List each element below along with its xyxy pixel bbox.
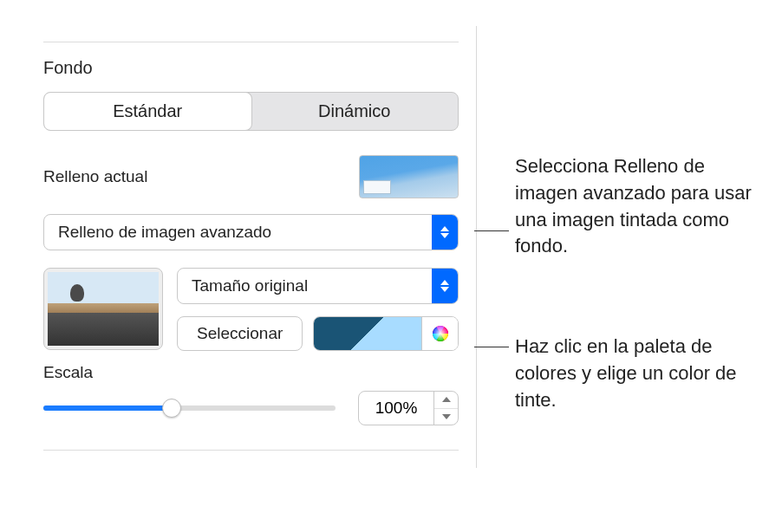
background-panel: Fondo Estándar Dinámico Relleno actual R… <box>26 26 477 468</box>
fill-type-dropdown[interactable]: Relleno de imagen avanzado <box>43 214 459 250</box>
svg-marker-6 <box>442 397 451 402</box>
scale-value-field[interactable]: 100% <box>359 392 433 425</box>
slider-track <box>43 405 336 411</box>
scale-slider[interactable] <box>43 395 336 421</box>
callout-line-1 <box>474 230 509 231</box>
image-options: Tamaño original Seleccionar <box>177 268 459 351</box>
current-fill-label: Relleno actual <box>43 167 147 186</box>
stepper-buttons <box>433 392 458 425</box>
fill-type-value: Relleno de imagen avanzado <box>58 223 271 242</box>
divider-bottom <box>43 450 459 451</box>
svg-marker-7 <box>442 414 451 419</box>
chevron-up-down-icon <box>432 215 458 250</box>
segment-standard[interactable]: Estándar <box>44 93 251 130</box>
scale-stepper: 100% <box>358 391 459 425</box>
slider-fill <box>43 405 172 411</box>
callout-color-well: Haz clic en la paleta de colores y elige… <box>515 334 754 413</box>
segment-control: Estándar Dinámico <box>43 92 459 131</box>
svg-marker-3 <box>440 287 449 292</box>
tint-color-well <box>313 316 459 351</box>
select-color-row: Seleccionar <box>177 316 459 351</box>
chevron-up-down-icon <box>432 269 458 303</box>
chevron-up-icon <box>442 397 451 402</box>
image-well[interactable] <box>43 268 163 350</box>
svg-marker-0 <box>440 226 449 231</box>
color-wheel-icon <box>431 324 450 343</box>
stepper-up[interactable] <box>434 392 458 409</box>
stepper-down[interactable] <box>434 409 458 425</box>
size-mode-value: Tamaño original <box>192 276 308 295</box>
segment-dynamic[interactable]: Dinámico <box>251 93 459 130</box>
chevron-down-icon <box>442 414 451 419</box>
color-picker-button[interactable] <box>421 317 458 350</box>
scale-label: Escala <box>43 363 459 382</box>
tint-color-swatch[interactable] <box>314 317 421 350</box>
svg-marker-2 <box>440 280 449 285</box>
select-image-button[interactable]: Seleccionar <box>177 316 303 351</box>
current-fill-row: Relleno actual <box>43 155 459 198</box>
image-fill-row: Tamaño original Seleccionar <box>43 268 459 351</box>
divider-top <box>43 42 459 42</box>
svg-point-5 <box>433 326 448 341</box>
svg-marker-1 <box>440 233 449 238</box>
size-mode-dropdown[interactable]: Tamaño original <box>177 268 459 304</box>
current-fill-thumbnail[interactable] <box>359 155 459 198</box>
scale-row: 100% <box>43 391 459 425</box>
slider-thumb[interactable] <box>162 399 181 418</box>
image-preview <box>48 272 159 346</box>
section-title: Fondo <box>43 58 459 78</box>
callout-line-2 <box>474 347 509 347</box>
callout-fill-type: Selecciona Relleno de imagen avanzado pa… <box>515 153 754 260</box>
